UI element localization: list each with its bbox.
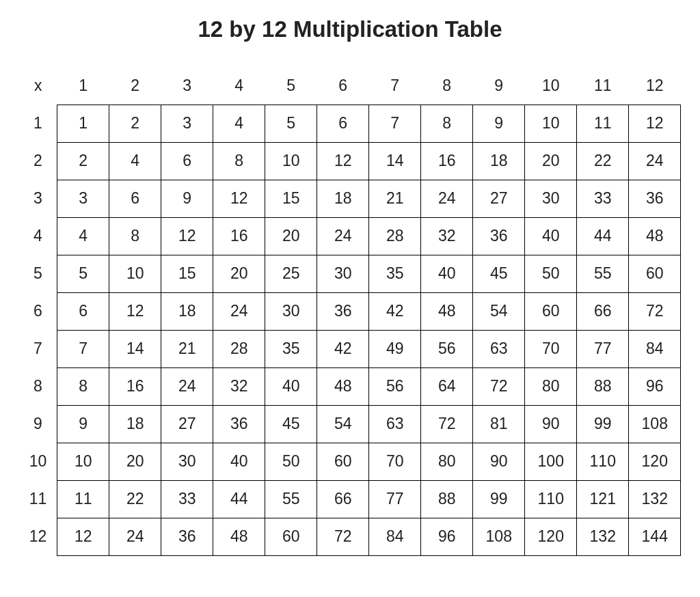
cell: 96 <box>629 367 681 405</box>
cell: 60 <box>317 443 369 480</box>
cell: 18 <box>317 180 369 217</box>
corner-label: x <box>19 67 57 105</box>
cell: 120 <box>629 443 681 480</box>
cell: 96 <box>421 518 473 555</box>
cell: 20 <box>265 217 317 255</box>
cell: 10 <box>109 255 161 292</box>
table-row: 12 12 24 36 48 60 72 84 96 108 120 132 1… <box>19 518 681 555</box>
cell: 14 <box>369 142 421 180</box>
cell: 45 <box>265 405 317 443</box>
cell: 3 <box>161 105 213 142</box>
cell: 16 <box>421 142 473 180</box>
cell: 2 <box>109 105 161 142</box>
cell: 22 <box>577 142 629 180</box>
cell: 30 <box>317 255 369 292</box>
table-row: 5 5 10 15 20 25 30 35 40 45 50 55 60 <box>19 255 681 292</box>
cell: 70 <box>369 443 421 480</box>
cell: 2 <box>57 142 109 180</box>
cell: 121 <box>577 480 629 518</box>
cell: 120 <box>525 518 577 555</box>
cell: 44 <box>213 480 265 518</box>
cell: 12 <box>629 105 681 142</box>
cell: 81 <box>473 405 525 443</box>
col-header: 11 <box>577 67 629 105</box>
cell: 10 <box>265 142 317 180</box>
cell: 80 <box>421 443 473 480</box>
cell: 99 <box>577 405 629 443</box>
page-title: 12 by 12 Multiplication Table <box>12 16 688 42</box>
cell: 27 <box>473 180 525 217</box>
cell: 60 <box>265 518 317 555</box>
row-header: 1 <box>19 105 57 142</box>
cell: 108 <box>473 518 525 555</box>
table-row: 7 7 14 21 28 35 42 49 56 63 70 77 84 <box>19 330 681 367</box>
cell: 36 <box>317 292 369 330</box>
row-header: 9 <box>19 405 57 443</box>
cell: 18 <box>109 405 161 443</box>
cell: 99 <box>473 480 525 518</box>
cell: 27 <box>161 405 213 443</box>
cell: 48 <box>421 292 473 330</box>
cell: 10 <box>525 105 577 142</box>
cell: 7 <box>57 330 109 367</box>
row-header: 4 <box>19 217 57 255</box>
cell: 21 <box>369 180 421 217</box>
cell: 12 <box>161 217 213 255</box>
cell: 30 <box>161 443 213 480</box>
col-header: 6 <box>317 67 369 105</box>
table-row: 3 3 6 9 12 15 18 21 24 27 30 33 36 <box>19 180 681 217</box>
cell: 8 <box>213 142 265 180</box>
cell: 132 <box>629 480 681 518</box>
table-row: 1 1 2 3 4 5 6 7 8 9 10 11 12 <box>19 105 681 142</box>
cell: 60 <box>629 255 681 292</box>
cell: 33 <box>577 180 629 217</box>
cell: 25 <box>265 255 317 292</box>
cell: 20 <box>109 443 161 480</box>
cell: 50 <box>525 255 577 292</box>
cell: 4 <box>109 142 161 180</box>
table-row: 11 11 22 33 44 55 66 77 88 99 110 121 13… <box>19 480 681 518</box>
cell: 36 <box>161 518 213 555</box>
cell: 63 <box>369 405 421 443</box>
cell: 9 <box>57 405 109 443</box>
cell: 144 <box>629 518 681 555</box>
row-header: 3 <box>19 180 57 217</box>
cell: 10 <box>57 443 109 480</box>
cell: 56 <box>369 367 421 405</box>
cell: 12 <box>317 142 369 180</box>
cell: 40 <box>421 255 473 292</box>
cell: 48 <box>317 367 369 405</box>
cell: 77 <box>369 480 421 518</box>
cell: 15 <box>265 180 317 217</box>
cell: 24 <box>161 367 213 405</box>
cell: 24 <box>109 518 161 555</box>
cell: 6 <box>161 142 213 180</box>
col-header: 10 <box>525 67 577 105</box>
cell: 80 <box>525 367 577 405</box>
cell: 5 <box>265 105 317 142</box>
cell: 16 <box>213 217 265 255</box>
cell: 72 <box>317 518 369 555</box>
cell: 72 <box>421 405 473 443</box>
cell: 72 <box>629 292 681 330</box>
cell: 110 <box>577 443 629 480</box>
col-header: 2 <box>109 67 161 105</box>
row-header: 11 <box>19 480 57 518</box>
cell: 54 <box>317 405 369 443</box>
cell: 11 <box>57 480 109 518</box>
table-row: 2 2 4 6 8 10 12 14 16 18 20 22 24 <box>19 142 681 180</box>
cell: 14 <box>109 330 161 367</box>
col-header: 9 <box>473 67 525 105</box>
cell: 84 <box>369 518 421 555</box>
col-header: 5 <box>265 67 317 105</box>
cell: 32 <box>213 367 265 405</box>
table-header-row: x 1 2 3 4 5 6 7 8 9 10 11 12 <box>19 67 681 105</box>
cell: 40 <box>265 367 317 405</box>
cell: 24 <box>629 142 681 180</box>
col-header: 12 <box>629 67 681 105</box>
cell: 77 <box>577 330 629 367</box>
table-row: 10 10 20 30 40 50 60 70 80 90 100 110 12… <box>19 443 681 480</box>
cell: 24 <box>421 180 473 217</box>
cell: 12 <box>57 518 109 555</box>
cell: 56 <box>421 330 473 367</box>
